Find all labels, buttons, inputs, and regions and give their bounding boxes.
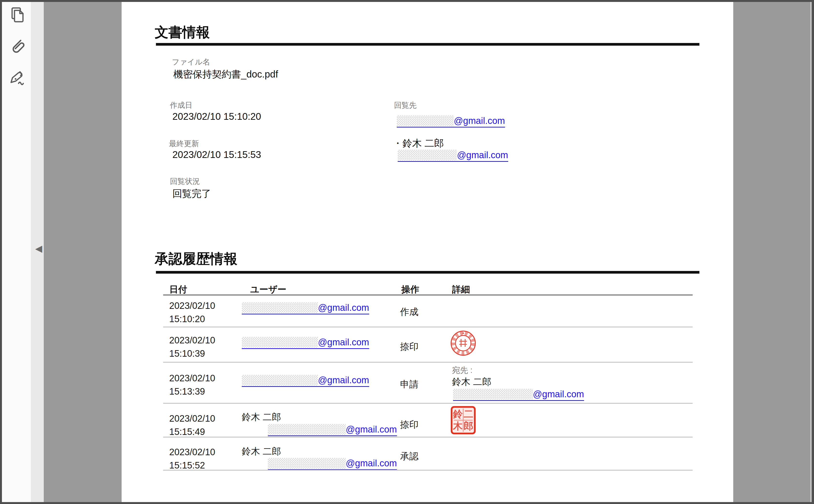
user-email-link[interactable]: @gmail.com [268,424,397,436]
row-time: 15:13:39 [169,386,205,397]
col-header-user: ユーザー [250,284,287,296]
redacted-email-block [242,375,318,385]
row-action: 捺印 [400,341,418,353]
detail-email-link[interactable]: @gmail.com [453,389,584,401]
user-email-suffix: @gmail.com [346,424,397,435]
row-action: 承認 [400,450,418,462]
recipient-email-link[interactable]: @gmail.com [397,115,505,128]
row-time: 15:10:39 [169,348,205,359]
signature-pen-icon[interactable] [9,70,26,86]
detail-email-suffix: @gmail.com [533,389,584,399]
doc-info-title: 文書情報 [155,23,210,42]
recipient-email-suffix: @gmail.com [457,150,508,160]
history-rule [156,271,700,274]
row-user-name: 鈴木 二郎 [242,445,281,458]
svg-text:二: 二 [464,409,473,419]
row-divider [163,403,693,404]
row-action: 作成 [400,306,418,318]
updated-value: 2023/02/10 15:15:53 [172,149,261,160]
redacted-email-block [242,337,318,348]
recipients-label: 回覧先 [394,100,417,110]
row-user-name: 鈴木 二郎 [242,411,281,423]
pdf-page: 文書情報 ファイル名 機密保持契約書_doc.pdf 作成日 2023/02/1… [122,2,733,502]
history-title: 承認履歴情報 [155,250,238,268]
col-header-detail: 詳細 [452,284,470,296]
status-value: 回覧完了 [172,187,211,200]
created-label: 作成日 [170,100,192,110]
recipient-email-link[interactable]: @gmail.com [398,150,508,162]
row-date: 2023/02/10 [169,301,215,311]
detail-recipient-name: 鈴木 二郎 [452,376,491,388]
user-email-suffix: @gmail.com [318,303,369,313]
user-email-suffix: @gmail.com [318,337,369,348]
row-date: 2023/02/10 [169,335,215,346]
paperclip-icon[interactable] [9,37,26,54]
file-name-value: 機密保持契約書_doc.pdf [173,68,278,81]
row-time: 15:15:49 [169,427,205,437]
left-toolbar [2,2,31,502]
user-email-suffix: @gmail.com [318,375,369,385]
user-email-link[interactable]: @gmail.com [242,337,369,349]
user-email-link[interactable]: @gmail.com [242,375,369,387]
row-divider [163,327,693,327]
copy-pages-icon[interactable] [9,7,26,23]
row-divider [163,362,693,363]
row-divider [163,437,693,438]
col-header-date: 日付 [169,284,187,296]
row-time: 15:15:52 [169,460,205,471]
doc-info-rule [156,43,700,46]
row-date: 2023/02/10 [169,413,215,424]
file-name-label: ファイル名 [172,57,210,67]
scrollbar-track[interactable] [810,2,811,502]
redacted-email-block [397,115,454,126]
svg-text:鈴: 鈴 [453,409,463,419]
created-value: 2023/02/10 15:10:20 [172,111,261,122]
row-action: 捺印 [400,419,418,431]
row-action: 申請 [400,378,418,390]
col-header-action: 操作 [401,284,419,296]
row-date: 2023/02/10 [169,447,215,457]
user-email-link[interactable]: @gmail.com [268,458,397,470]
collapse-panel-arrow[interactable]: ◀ [34,243,43,254]
user-email-link[interactable]: @gmail.com [242,302,369,314]
row-divider [163,470,693,471]
table-header-line [163,295,693,295]
redacted-email-block [268,424,346,435]
updated-label: 最終更新 [169,139,199,149]
round-red-seal-stamp [450,330,476,357]
recipient-email-suffix: @gmail.com [454,116,505,126]
redacted-email-block [268,458,346,469]
redacted-email-block [453,389,533,399]
svg-text:郎: 郎 [464,421,473,431]
status-label: 回覧状況 [170,176,200,186]
redacted-email-block [398,150,457,160]
row-time: 15:10:20 [169,314,205,324]
recipient-name: ・鈴木 二郎 [393,137,444,150]
detail-recipient-label: 宛先 : [452,365,472,376]
square-red-seal-stamp: 鈴 二 木 郎 [450,406,476,436]
svg-text:木: 木 [453,421,463,431]
redacted-email-block [242,302,318,313]
user-email-suffix: @gmail.com [346,458,397,469]
row-date: 2023/02/10 [169,373,215,383]
